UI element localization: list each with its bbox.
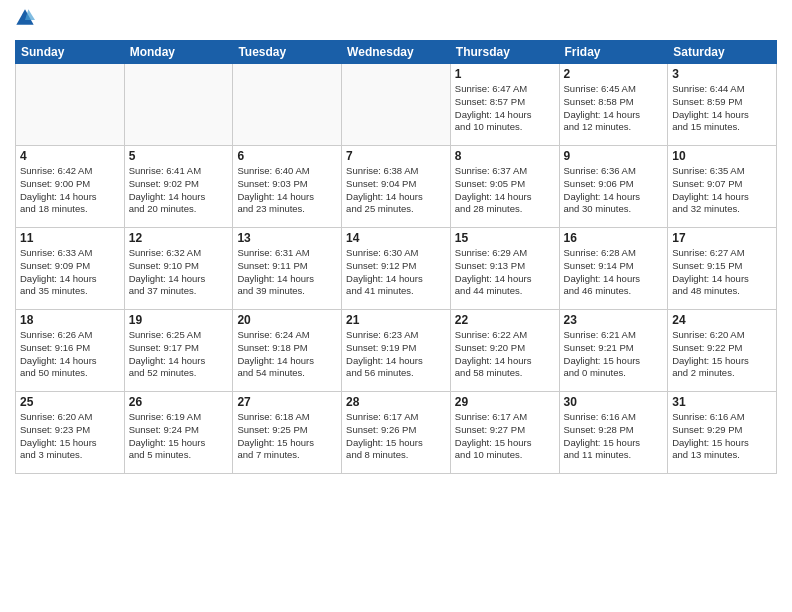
cell-text: Sunrise: 6:33 AM Sunset: 9:09 PM Dayligh… <box>20 247 120 298</box>
header <box>15 10 777 32</box>
calendar-cell <box>233 64 342 146</box>
cell-text: Sunrise: 6:29 AM Sunset: 9:13 PM Dayligh… <box>455 247 555 298</box>
day-number: 22 <box>455 313 555 327</box>
cell-text: Sunrise: 6:40 AM Sunset: 9:03 PM Dayligh… <box>237 165 337 216</box>
calendar-cell: 26Sunrise: 6:19 AM Sunset: 9:24 PM Dayli… <box>124 392 233 474</box>
cell-text: Sunrise: 6:42 AM Sunset: 9:00 PM Dayligh… <box>20 165 120 216</box>
cell-text: Sunrise: 6:36 AM Sunset: 9:06 PM Dayligh… <box>564 165 664 216</box>
cell-text: Sunrise: 6:21 AM Sunset: 9:21 PM Dayligh… <box>564 329 664 380</box>
cell-text: Sunrise: 6:19 AM Sunset: 9:24 PM Dayligh… <box>129 411 229 462</box>
cell-text: Sunrise: 6:30 AM Sunset: 9:12 PM Dayligh… <box>346 247 446 298</box>
day-number: 9 <box>564 149 664 163</box>
week-row-5: 25Sunrise: 6:20 AM Sunset: 9:23 PM Dayli… <box>16 392 777 474</box>
calendar-cell <box>16 64 125 146</box>
calendar-cell: 4Sunrise: 6:42 AM Sunset: 9:00 PM Daylig… <box>16 146 125 228</box>
day-number: 2 <box>564 67 664 81</box>
cell-text: Sunrise: 6:28 AM Sunset: 9:14 PM Dayligh… <box>564 247 664 298</box>
day-number: 23 <box>564 313 664 327</box>
logo-icon <box>15 8 35 28</box>
day-number: 10 <box>672 149 772 163</box>
calendar-cell: 10Sunrise: 6:35 AM Sunset: 9:07 PM Dayli… <box>668 146 777 228</box>
calendar-cell: 22Sunrise: 6:22 AM Sunset: 9:20 PM Dayli… <box>450 310 559 392</box>
weekday-header-friday: Friday <box>559 41 668 64</box>
day-number: 18 <box>20 313 120 327</box>
cell-text: Sunrise: 6:44 AM Sunset: 8:59 PM Dayligh… <box>672 83 772 134</box>
cell-text: Sunrise: 6:24 AM Sunset: 9:18 PM Dayligh… <box>237 329 337 380</box>
calendar-cell: 17Sunrise: 6:27 AM Sunset: 9:15 PM Dayli… <box>668 228 777 310</box>
cell-text: Sunrise: 6:16 AM Sunset: 9:28 PM Dayligh… <box>564 411 664 462</box>
calendar-cell: 8Sunrise: 6:37 AM Sunset: 9:05 PM Daylig… <box>450 146 559 228</box>
cell-text: Sunrise: 6:31 AM Sunset: 9:11 PM Dayligh… <box>237 247 337 298</box>
calendar-cell: 24Sunrise: 6:20 AM Sunset: 9:22 PM Dayli… <box>668 310 777 392</box>
day-number: 13 <box>237 231 337 245</box>
day-number: 14 <box>346 231 446 245</box>
cell-text: Sunrise: 6:38 AM Sunset: 9:04 PM Dayligh… <box>346 165 446 216</box>
day-number: 4 <box>20 149 120 163</box>
logo <box>15 10 37 32</box>
calendar-cell: 21Sunrise: 6:23 AM Sunset: 9:19 PM Dayli… <box>342 310 451 392</box>
cell-text: Sunrise: 6:47 AM Sunset: 8:57 PM Dayligh… <box>455 83 555 134</box>
cell-text: Sunrise: 6:18 AM Sunset: 9:25 PM Dayligh… <box>237 411 337 462</box>
day-number: 21 <box>346 313 446 327</box>
page: SundayMondayTuesdayWednesdayThursdayFrid… <box>0 0 792 612</box>
weekday-header-saturday: Saturday <box>668 41 777 64</box>
cell-text: Sunrise: 6:23 AM Sunset: 9:19 PM Dayligh… <box>346 329 446 380</box>
day-number: 27 <box>237 395 337 409</box>
day-number: 11 <box>20 231 120 245</box>
calendar-cell: 20Sunrise: 6:24 AM Sunset: 9:18 PM Dayli… <box>233 310 342 392</box>
cell-text: Sunrise: 6:35 AM Sunset: 9:07 PM Dayligh… <box>672 165 772 216</box>
calendar-cell: 12Sunrise: 6:32 AM Sunset: 9:10 PM Dayli… <box>124 228 233 310</box>
day-number: 19 <box>129 313 229 327</box>
calendar-cell: 19Sunrise: 6:25 AM Sunset: 9:17 PM Dayli… <box>124 310 233 392</box>
cell-text: Sunrise: 6:17 AM Sunset: 9:26 PM Dayligh… <box>346 411 446 462</box>
cell-text: Sunrise: 6:16 AM Sunset: 9:29 PM Dayligh… <box>672 411 772 462</box>
week-row-3: 11Sunrise: 6:33 AM Sunset: 9:09 PM Dayli… <box>16 228 777 310</box>
cell-text: Sunrise: 6:22 AM Sunset: 9:20 PM Dayligh… <box>455 329 555 380</box>
day-number: 31 <box>672 395 772 409</box>
day-number: 5 <box>129 149 229 163</box>
day-number: 24 <box>672 313 772 327</box>
day-number: 16 <box>564 231 664 245</box>
cell-text: Sunrise: 6:45 AM Sunset: 8:58 PM Dayligh… <box>564 83 664 134</box>
calendar-cell: 11Sunrise: 6:33 AM Sunset: 9:09 PM Dayli… <box>16 228 125 310</box>
calendar-cell: 2Sunrise: 6:45 AM Sunset: 8:58 PM Daylig… <box>559 64 668 146</box>
weekday-header-thursday: Thursday <box>450 41 559 64</box>
cell-text: Sunrise: 6:26 AM Sunset: 9:16 PM Dayligh… <box>20 329 120 380</box>
calendar-cell: 15Sunrise: 6:29 AM Sunset: 9:13 PM Dayli… <box>450 228 559 310</box>
day-number: 20 <box>237 313 337 327</box>
calendar-cell: 3Sunrise: 6:44 AM Sunset: 8:59 PM Daylig… <box>668 64 777 146</box>
day-number: 28 <box>346 395 446 409</box>
cell-text: Sunrise: 6:37 AM Sunset: 9:05 PM Dayligh… <box>455 165 555 216</box>
day-number: 12 <box>129 231 229 245</box>
day-number: 1 <box>455 67 555 81</box>
calendar-cell: 7Sunrise: 6:38 AM Sunset: 9:04 PM Daylig… <box>342 146 451 228</box>
calendar-cell: 27Sunrise: 6:18 AM Sunset: 9:25 PM Dayli… <box>233 392 342 474</box>
day-number: 8 <box>455 149 555 163</box>
week-row-2: 4Sunrise: 6:42 AM Sunset: 9:00 PM Daylig… <box>16 146 777 228</box>
day-number: 7 <box>346 149 446 163</box>
calendar-cell <box>124 64 233 146</box>
calendar-cell: 5Sunrise: 6:41 AM Sunset: 9:02 PM Daylig… <box>124 146 233 228</box>
day-number: 6 <box>237 149 337 163</box>
cell-text: Sunrise: 6:20 AM Sunset: 9:22 PM Dayligh… <box>672 329 772 380</box>
day-number: 17 <box>672 231 772 245</box>
calendar-cell: 29Sunrise: 6:17 AM Sunset: 9:27 PM Dayli… <box>450 392 559 474</box>
cell-text: Sunrise: 6:27 AM Sunset: 9:15 PM Dayligh… <box>672 247 772 298</box>
calendar-cell: 13Sunrise: 6:31 AM Sunset: 9:11 PM Dayli… <box>233 228 342 310</box>
cell-text: Sunrise: 6:20 AM Sunset: 9:23 PM Dayligh… <box>20 411 120 462</box>
weekday-header-wednesday: Wednesday <box>342 41 451 64</box>
cell-text: Sunrise: 6:17 AM Sunset: 9:27 PM Dayligh… <box>455 411 555 462</box>
day-number: 15 <box>455 231 555 245</box>
calendar-cell: 30Sunrise: 6:16 AM Sunset: 9:28 PM Dayli… <box>559 392 668 474</box>
week-row-4: 18Sunrise: 6:26 AM Sunset: 9:16 PM Dayli… <box>16 310 777 392</box>
week-row-1: 1Sunrise: 6:47 AM Sunset: 8:57 PM Daylig… <box>16 64 777 146</box>
calendar-cell: 18Sunrise: 6:26 AM Sunset: 9:16 PM Dayli… <box>16 310 125 392</box>
calendar: SundayMondayTuesdayWednesdayThursdayFrid… <box>15 40 777 474</box>
calendar-cell: 14Sunrise: 6:30 AM Sunset: 9:12 PM Dayli… <box>342 228 451 310</box>
calendar-cell: 6Sunrise: 6:40 AM Sunset: 9:03 PM Daylig… <box>233 146 342 228</box>
calendar-cell: 23Sunrise: 6:21 AM Sunset: 9:21 PM Dayli… <box>559 310 668 392</box>
calendar-cell: 25Sunrise: 6:20 AM Sunset: 9:23 PM Dayli… <box>16 392 125 474</box>
calendar-cell: 9Sunrise: 6:36 AM Sunset: 9:06 PM Daylig… <box>559 146 668 228</box>
weekday-header-row: SundayMondayTuesdayWednesdayThursdayFrid… <box>16 41 777 64</box>
weekday-header-monday: Monday <box>124 41 233 64</box>
